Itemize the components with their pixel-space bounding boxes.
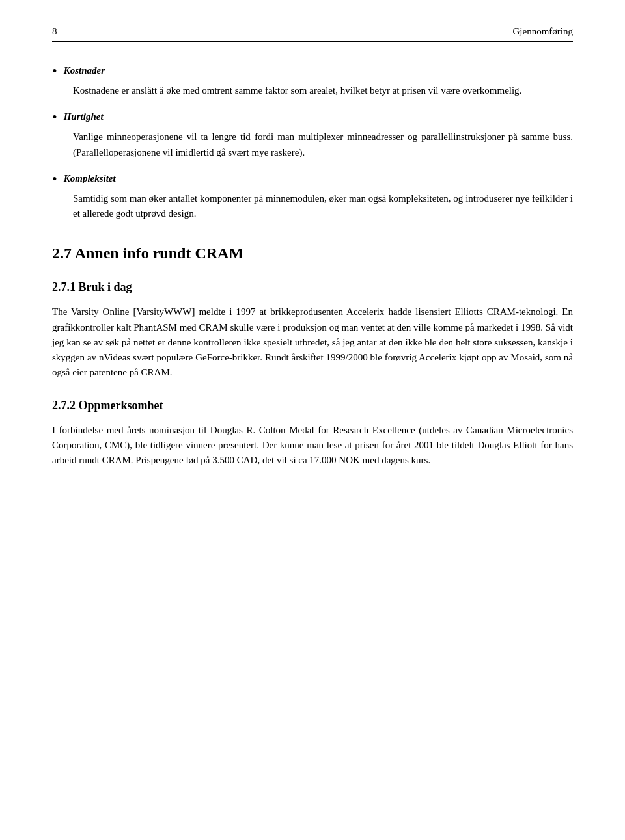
bullet-title-hurtighet: Hurtighet: [64, 111, 104, 122]
bullet-hurtighet: • Hurtighet Vanlige minneoperasjonene vi…: [52, 111, 573, 160]
bullet-text-kompleksitet: Samtidig som man øker antallet komponent…: [73, 191, 573, 222]
bullet-dot-kompleksitet: •: [52, 170, 57, 187]
bullet-text-hurtighet: Vanlige minneoperasjonene vil ta lengre …: [73, 129, 573, 160]
section-2-7-2-heading: 2.7.2 Oppmerksomhet: [52, 399, 573, 413]
bullet-title-kompleksitet: Kompleksitet: [64, 173, 116, 184]
page-number: 8: [52, 26, 57, 37]
bullet-kompleksitet-header: • Kompleksitet: [52, 173, 573, 187]
bullet-dot-kostnader: •: [52, 62, 57, 79]
chapter-title: Gjennomføring: [513, 26, 573, 37]
section-2-7-heading: 2.7 Annen info rundt CRAM: [52, 245, 573, 262]
bullet-dot-hurtighet: •: [52, 109, 57, 126]
bullet-kostnader: • Kostnader Kostnadene er anslått å øke …: [52, 65, 573, 98]
bullet-title-kostnader: Kostnader: [64, 65, 105, 76]
section-2-7-1-heading: 2.7.1 Bruk i dag: [52, 280, 573, 294]
page-header: 8 Gjennomføring: [52, 26, 573, 42]
bullet-kostnader-header: • Kostnader: [52, 65, 573, 79]
section-2-7-2-paragraph-1: I forbindelse med årets nominasjon til D…: [52, 423, 573, 468]
section-2-7-1-paragraph-1: The Varsity Online [VarsityWWW] meldte i…: [52, 305, 573, 380]
bullet-text-kostnader: Kostnadene er anslått å øke med omtrent …: [73, 83, 573, 98]
page: 8 Gjennomføring • Kostnader Kostnadene e…: [0, 0, 625, 840]
bullet-hurtighet-header: • Hurtighet: [52, 111, 573, 126]
bullet-kompleksitet: • Kompleksitet Samtidig som man øker ant…: [52, 173, 573, 222]
